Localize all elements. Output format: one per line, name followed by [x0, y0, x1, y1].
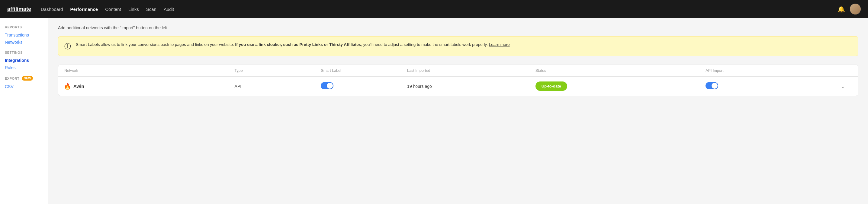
header-expand — [834, 68, 852, 73]
api-toggle-track[interactable] — [706, 82, 718, 89]
header-network: Network — [64, 68, 232, 73]
expand-chevron[interactable]: ⌄ — [834, 83, 852, 90]
sidebar: REPORTS Transactions Networks SETTINGS I… — [0, 18, 48, 204]
nav-content[interactable]: Content — [105, 7, 121, 12]
info-icon: ⓘ — [64, 42, 71, 51]
alert-text: Smart Labels allow us to link your conve… — [76, 41, 510, 48]
last-imported-cell: 19 hours ago — [407, 84, 533, 89]
sidebar-csv[interactable]: CSV — [5, 83, 43, 90]
network-name: Awin — [73, 83, 84, 89]
header-status: Status — [535, 68, 704, 73]
export-section-label: EXPORT NEW — [5, 76, 43, 80]
nav-scan[interactable]: Scan — [146, 7, 156, 12]
header-last-imported: Last Imported — [407, 68, 533, 73]
main-content: Add additional networks with the "Import… — [48, 18, 868, 204]
table-header: Network Type Smart Label Last Imported S… — [58, 65, 858, 77]
info-text: Add additional networks with the "Import… — [58, 25, 858, 30]
nav-left: affilimate Dashboard Performance Content… — [7, 6, 174, 12]
header-type: Type — [235, 68, 319, 73]
status-badge[interactable]: Up-to-date — [535, 81, 567, 91]
alert-text-before: Smart Labels allow us to link your conve… — [76, 42, 235, 47]
nav-right: 🔔 — [837, 4, 861, 14]
new-badge: NEW — [22, 76, 33, 80]
avatar-image — [850, 4, 861, 14]
learn-more-link[interactable]: Learn more — [489, 42, 509, 47]
smart-label-cell[interactable] — [321, 82, 405, 90]
alert-text-after: , you'll need to adjust a setting to mak… — [361, 42, 489, 47]
avatar[interactable] — [850, 4, 861, 14]
alert-box: ⓘ Smart Labels allow us to link your con… — [58, 36, 858, 56]
logo[interactable]: affilimate — [7, 6, 31, 12]
reports-section-label: REPORTS — [5, 25, 43, 29]
type-cell: API — [235, 84, 319, 89]
alert-text-bold: If you use a link cloaker, such as Prett… — [235, 42, 361, 47]
nav-performance[interactable]: Performance — [70, 7, 98, 12]
export-label-text: EXPORT — [5, 77, 19, 80]
nav-links: Dashboard Performance Content Links Scan… — [41, 7, 174, 12]
awin-logo: 🔥 — [64, 83, 70, 90]
network-cell: 🔥 Awin — [64, 83, 232, 90]
smart-label-toggle[interactable] — [321, 82, 334, 89]
networks-table: Network Type Smart Label Last Imported S… — [58, 65, 858, 96]
sidebar-rules[interactable]: Rules — [5, 64, 43, 71]
bell-icon[interactable]: 🔔 — [837, 5, 845, 13]
api-import-cell[interactable] — [706, 82, 832, 90]
api-toggle-thumb — [712, 83, 718, 89]
api-import-toggle[interactable] — [706, 82, 718, 89]
nav-audit[interactable]: Audit — [164, 7, 174, 12]
sidebar-integrations[interactable]: Integrations — [5, 57, 43, 64]
nav-dashboard[interactable]: Dashboard — [41, 7, 63, 12]
sidebar-networks[interactable]: Networks — [5, 39, 43, 46]
header-api-import: API Import — [706, 68, 832, 73]
toggle-thumb — [327, 83, 333, 89]
status-cell: Up-to-date — [535, 81, 704, 91]
settings-section-label: SETTINGS — [5, 51, 43, 54]
layout: REPORTS Transactions Networks SETTINGS I… — [0, 18, 868, 204]
top-nav: affilimate Dashboard Performance Content… — [0, 0, 868, 18]
awin-flame-icon: 🔥 — [64, 83, 71, 90]
nav-links-item[interactable]: Links — [128, 7, 139, 12]
toggle-track[interactable] — [321, 82, 334, 89]
table-row: 🔥 Awin API 19 hours ago Up-to-date — [58, 77, 858, 96]
header-smart-label: Smart Label — [321, 68, 405, 73]
sidebar-transactions[interactable]: Transactions — [5, 31, 43, 39]
